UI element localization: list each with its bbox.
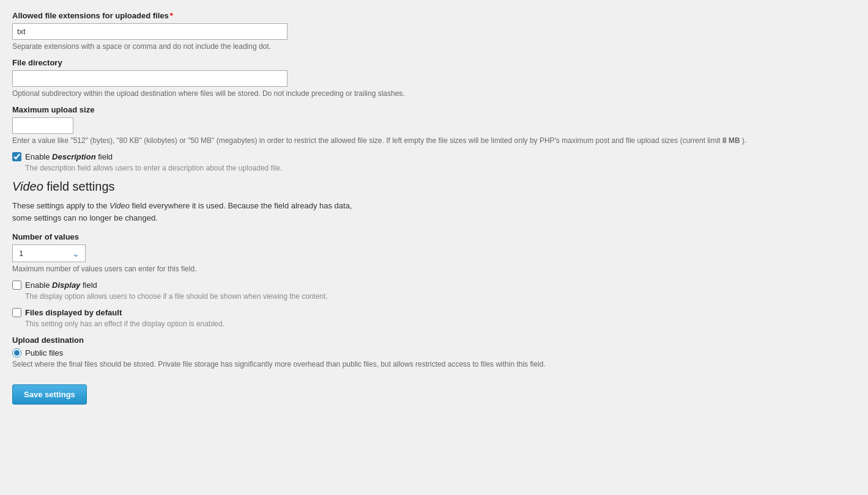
- allowed-extensions-label: Allowed file extensions for uploaded fil…: [12, 11, 856, 20]
- file-directory-input[interactable]: [12, 70, 287, 87]
- file-directory-label: File directory: [12, 58, 856, 67]
- video-section-desc: These settings apply to the Video field …: [12, 200, 856, 224]
- video-section: Video field settings These settings appl…: [12, 180, 856, 224]
- number-of-values-wrapper: 1 2 3 4 5 Unlimited ⌄: [12, 244, 86, 262]
- enable-description-checkbox[interactable]: [12, 152, 21, 161]
- video-section-title: Video field settings: [12, 180, 856, 194]
- max-upload-help-prefix: Enter a value like "512" (bytes), "80 KB…: [12, 136, 721, 145]
- enable-display-label: Enable Display field: [25, 280, 97, 290]
- files-displayed-row: Files displayed by default: [12, 308, 856, 317]
- enable-description-group: Enable Description field The description…: [12, 152, 856, 172]
- enable-description-desc: The description field allows users to en…: [25, 164, 856, 172]
- files-displayed-by-default-group: Files displayed by default This setting …: [12, 308, 856, 328]
- public-files-row: Public files: [12, 348, 856, 358]
- public-files-label: Public files: [25, 348, 63, 358]
- enable-display-row: Enable Display field: [12, 280, 856, 290]
- file-directory-help: Optional subdirectory within the upload …: [12, 89, 856, 98]
- allowed-extensions-label-text: Allowed file extensions for uploaded fil…: [12, 11, 169, 20]
- number-of-values-group: Number of values 1 2 3 4 5 Unlimited ⌄ M…: [12, 232, 856, 273]
- enable-display-group: Enable Display field The display option …: [12, 280, 856, 301]
- number-of-values-help: Maximum number of values users can enter…: [12, 265, 856, 273]
- max-upload-size-help: Enter a value like "512" (bytes), "80 KB…: [12, 136, 856, 145]
- save-settings-button[interactable]: Save settings: [12, 384, 87, 405]
- file-directory-group: File directory Optional subdirectory wit…: [12, 58, 856, 98]
- enable-description-label: Enable Description field: [25, 152, 113, 161]
- files-displayed-desc: This setting only has an effect if the d…: [25, 320, 856, 328]
- upload-destination-label: Upload destination: [12, 336, 856, 345]
- max-upload-help-suffix: ).: [742, 136, 746, 145]
- required-star: *: [170, 11, 173, 20]
- enable-description-row: Enable Description field: [12, 152, 856, 161]
- enable-display-desc: The display option allows users to choos…: [25, 292, 856, 301]
- number-of-values-label: Number of values: [12, 232, 856, 241]
- allowed-extensions-input[interactable]: [12, 23, 287, 40]
- max-upload-size-label: Maximum upload size: [12, 105, 856, 114]
- upload-destination-help: Select where the final files should be s…: [12, 360, 856, 369]
- allowed-extensions-help: Separate extensions with a space or comm…: [12, 42, 856, 51]
- upload-destination-group: Upload destination Public files Select w…: [12, 336, 856, 369]
- max-upload-help-bold: 8 MB: [722, 136, 740, 145]
- public-files-radio[interactable]: [12, 348, 21, 358]
- files-displayed-checkbox[interactable]: [12, 308, 21, 317]
- allowed-extensions-group: Allowed file extensions for uploaded fil…: [12, 11, 856, 51]
- enable-display-checkbox[interactable]: [12, 280, 21, 290]
- max-upload-size-input[interactable]: [12, 117, 73, 134]
- files-displayed-label: Files displayed by default: [25, 308, 122, 317]
- max-upload-size-group: Maximum upload size Enter a value like "…: [12, 105, 856, 145]
- number-of-values-select[interactable]: 1 2 3 4 5 Unlimited: [12, 244, 86, 262]
- page-container: Allowed file extensions for uploaded fil…: [0, 0, 868, 495]
